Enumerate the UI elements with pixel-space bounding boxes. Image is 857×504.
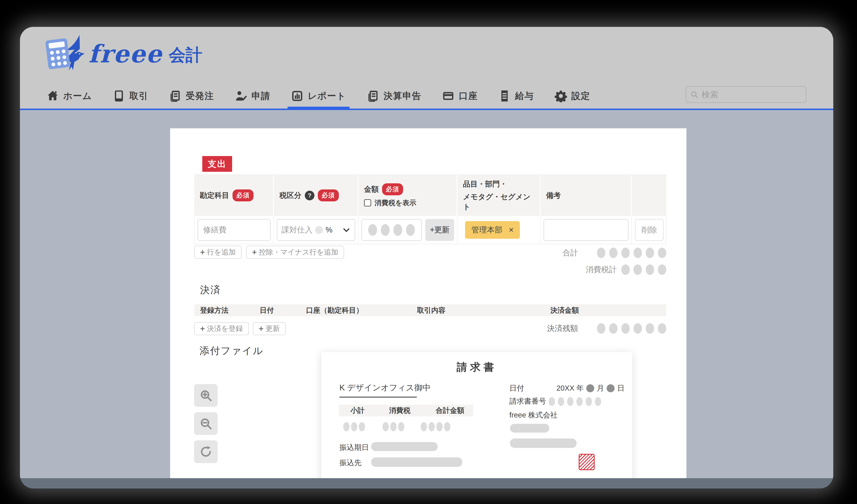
expense-type-badge: 支出 (202, 156, 232, 172)
amount-header-label: 金額 (364, 184, 379, 194)
main-nav: ホーム 取引 受発注 申請 レポート (46, 82, 590, 110)
settlement-col-detail: 取引内容 (417, 305, 446, 315)
invoice-recipient-underline (339, 397, 417, 398)
invoice-recipient: K デザインオフィス御中 (339, 382, 431, 393)
nav-item-settings[interactable]: 設定 (555, 82, 590, 110)
grand-total-dots (421, 422, 450, 431)
settlement-balance-label: 決済残額 (547, 323, 578, 334)
account-header-label: 勘定科目 (200, 190, 229, 200)
zoom-in-icon (199, 389, 213, 402)
due-date-bar (371, 442, 438, 451)
settlement-table-header: 登録方法 日付 口座（勘定科目） 取引内容 決済金額 (194, 304, 666, 316)
tax-total-line: 消費税計 (194, 264, 666, 275)
invoice-date-value: 20XX 年 月 日 (556, 383, 624, 393)
settlement-balance-dots (597, 323, 666, 334)
tax-rate-placeholder (315, 226, 323, 234)
logo-product-name: 会計 (169, 44, 202, 67)
account-input[interactable] (198, 219, 271, 241)
actions-cell: 削除 (632, 216, 667, 244)
update-amount-button[interactable]: +更新 (425, 219, 454, 241)
nav-label: レポート (308, 90, 346, 102)
invoice-title: 請求書 (321, 360, 632, 374)
nav-item-transactions[interactable]: 取引 (113, 82, 148, 110)
content-area: 支出 勘定科目 必須 税区分 ? (20, 110, 833, 478)
home-icon (46, 90, 59, 102)
tax-percent-sign: % (325, 225, 333, 234)
nav-label: 給与 (515, 90, 534, 102)
department-tag-label: 管理本部 (471, 225, 502, 235)
help-icon[interactable]: ? (305, 191, 315, 200)
nav-label: 口座 (459, 90, 478, 102)
settlement-section-title: 決済 (200, 283, 221, 297)
payee-bar (371, 457, 462, 467)
total-line: 合計 (194, 248, 666, 258)
freee-logo: freee 会計 (47, 39, 202, 68)
global-search-box[interactable] (685, 86, 806, 103)
company-address-bar (510, 438, 576, 448)
settlement-col-method: 登録方法 (200, 305, 229, 315)
remove-tag-icon[interactable]: × (509, 225, 514, 235)
zoom-out-icon (199, 417, 213, 430)
rotate-button[interactable] (194, 440, 218, 463)
subtotal-header: 小計 (350, 406, 365, 415)
note-header-label: 備考 (546, 190, 561, 200)
invoice-number-label: 請求書番号 (509, 396, 546, 406)
required-badge: 必須 (233, 189, 254, 201)
settlement-col-account: 口座（勘定科目） (306, 305, 363, 315)
note-input[interactable] (543, 219, 628, 241)
ledger-icon (169, 90, 182, 102)
search-input[interactable] (702, 90, 802, 99)
phone-icon (113, 90, 125, 102)
card-icon (442, 90, 455, 102)
app-window: freee 会計 ホーム 取引 受発注 申請 (20, 27, 833, 488)
expense-table-row: 課対仕入 % +更新 管理本部 (194, 216, 666, 244)
required-badge: 必須 (318, 189, 339, 201)
settlement-col-date: 日付 (259, 305, 274, 315)
company-seal-stamp (579, 454, 595, 470)
expense-table: 勘定科目 必須 税区分 ? 必須 (194, 174, 666, 244)
transaction-detail-panel: 支出 勘定科目 必須 税区分 ? (170, 128, 686, 478)
month-placeholder-dot (586, 384, 594, 392)
nav-item-payroll[interactable]: 給与 (498, 82, 534, 110)
chevron-down-icon (342, 226, 351, 234)
bar-chart-icon (291, 90, 303, 102)
attachment-toolbar (194, 384, 218, 463)
tax-dots (383, 422, 404, 431)
header-cell-note: 備考 (540, 175, 631, 216)
tax-select[interactable]: 課対仕入 % (277, 219, 355, 241)
nav-label: 申請 (251, 90, 270, 102)
required-badge: 必須 (382, 183, 403, 195)
item-header-line2: メモタグ・セグメント (463, 192, 534, 212)
nav-item-tax-filing[interactable]: 決算申告 (367, 82, 421, 110)
note-cell (540, 216, 632, 244)
delete-row-button[interactable]: 削除 (635, 219, 663, 241)
invoice-year: 20XX 年 (556, 383, 584, 393)
header-cell-amount: 金額 必須 消費税を表示 (358, 175, 457, 216)
zoom-out-button[interactable] (194, 412, 218, 435)
invoice-payee-label: 振込先 (339, 458, 362, 468)
tax-total-label: 消費税計 (586, 264, 617, 275)
nav-item-requests[interactable]: 申請 (235, 82, 270, 110)
invoice-date-label: 日付 (509, 383, 524, 393)
attachment-section-title: 添付ファイル (200, 344, 264, 357)
nav-item-home[interactable]: ホーム (46, 82, 92, 110)
amount-input[interactable] (362, 219, 422, 241)
day-placeholder-dot (607, 384, 615, 392)
nav-label: 決算申告 (384, 90, 421, 102)
total-label: 合計 (562, 248, 578, 258)
app-header: freee 会計 ホーム 取引 受発注 申請 (20, 27, 833, 110)
show-tax-checkbox[interactable] (364, 199, 371, 206)
tax-select-value: 課対仕入 (282, 225, 313, 235)
department-tag[interactable]: 管理本部 × (465, 221, 520, 239)
nav-label: 取引 (129, 90, 148, 102)
invoice-day-suffix: 日 (617, 383, 624, 393)
nav-item-orders[interactable]: 受発注 (169, 82, 214, 110)
invoice-summary-header: 小計 消費税 合計金額 (339, 405, 473, 417)
nav-item-reports[interactable]: レポート (291, 82, 346, 110)
attached-invoice-preview[interactable]: 請求書 K デザインオフィス御中 日付 20XX 年 月 日 請求書番号 fre… (321, 352, 632, 478)
header-cell-account: 勘定科目 必須 (194, 175, 273, 216)
zoom-in-button[interactable] (194, 384, 218, 407)
person-check-icon (235, 90, 247, 102)
receipt-icon (498, 90, 511, 102)
nav-item-accounts[interactable]: 口座 (442, 82, 478, 110)
